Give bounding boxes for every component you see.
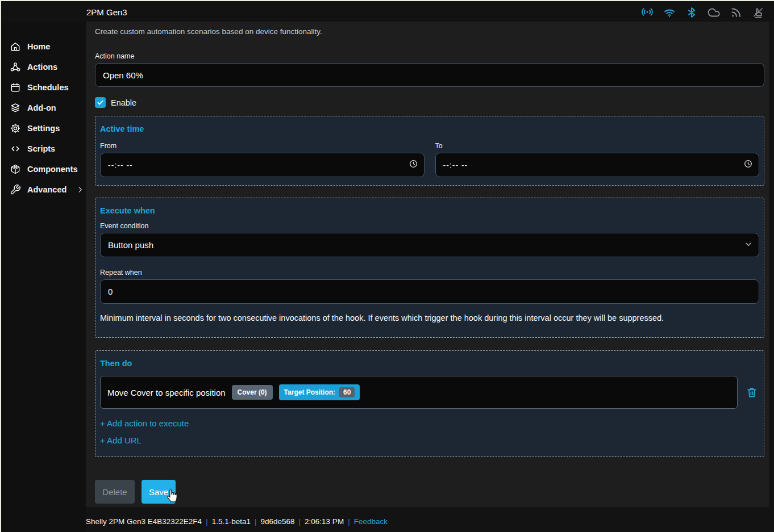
add-url-link[interactable]: + Add URL — [100, 435, 142, 445]
to-time-col: To --:-- -- — [435, 142, 760, 177]
footer-separator: | — [255, 517, 257, 526]
status-icon-bar — [640, 6, 765, 19]
event-condition-label: Event condition — [100, 222, 759, 230]
from-label: From — [100, 142, 425, 150]
enable-checkbox[interactable] — [95, 97, 106, 108]
addon-icon — [10, 102, 21, 114]
components-icon — [10, 164, 21, 175]
footer-version: 1.5.1-beta1 — [212, 517, 251, 526]
sidebar-item-label: Home — [27, 42, 50, 51]
actions-icon — [10, 61, 21, 73]
sidebar-item-settings[interactable]: Settings — [0, 118, 86, 139]
cover-badge: Cover (0) — [232, 385, 273, 400]
active-time-row: From --:-- -- To --:-- -- — [100, 142, 759, 177]
touch-disabled-icon[interactable] — [751, 6, 765, 19]
action-type-label: Move Cover to specific position — [107, 388, 226, 397]
sidebar-item-addon[interactable]: Add-on — [0, 98, 86, 118]
to-time-input[interactable]: --:-- -- — [435, 153, 760, 177]
sidebar-item-schedules[interactable]: Schedules — [0, 77, 86, 98]
repeat-when-label: Repeat when — [100, 269, 759, 277]
clock-icon[interactable] — [409, 159, 418, 171]
sidebar-item-label: Scripts — [27, 144, 55, 153]
repeat-when-input[interactable] — [100, 279, 759, 304]
sidebar-item-scripts[interactable]: Scripts — [0, 139, 86, 159]
advanced-icon — [10, 184, 21, 195]
sidebar-item-components[interactable]: Components — [0, 159, 86, 179]
sidebar-item-label: Actions — [27, 62, 57, 72]
window-edge-left — [0, 0, 1, 532]
footer-separator: | — [299, 517, 301, 526]
chevron-down-icon — [744, 240, 753, 251]
repeat-help-text: Minimum interval in seconds for two cons… — [100, 313, 759, 322]
sidebar-item-actions[interactable]: Actions — [0, 57, 86, 77]
event-condition-select[interactable]: Button push — [100, 233, 759, 257]
to-time-placeholder: --:-- -- — [443, 161, 468, 170]
active-time-section: Active time From --:-- -- To --:-- -- — [95, 116, 764, 186]
mqtt-rss-icon[interactable] — [729, 6, 743, 19]
active-time-title: Active time — [100, 124, 759, 133]
main-panel: Create custom automation scenarios based… — [86, 22, 769, 507]
execute-when-title: Execute when — [100, 206, 759, 215]
delete-button[interactable]: Delete — [95, 480, 135, 504]
target-position-label: Target Position: — [284, 388, 335, 396]
then-do-section: Then do Move Cover to specific position … — [95, 350, 764, 457]
enable-checkbox-row[interactable]: Enable — [95, 97, 163, 108]
sidebar-item-label: Advanced — [27, 185, 66, 194]
then-do-action-row[interactable]: Move Cover to specific position Cover (0… — [100, 376, 738, 409]
feedback-link[interactable]: Feedback — [354, 517, 388, 526]
device-title: 2PM Gen3 — [86, 7, 127, 17]
sidebar-item-label: Components — [27, 165, 78, 174]
sidebar-item-label: Schedules — [27, 83, 69, 92]
page-subtitle: Create custom automation scenarios based… — [95, 27, 764, 36]
footer-separator: | — [206, 517, 208, 526]
action-name-input[interactable] — [95, 63, 764, 87]
event-condition-value: Button push — [108, 240, 153, 250]
wifi-icon[interactable] — [663, 6, 676, 19]
cloud-icon[interactable] — [707, 6, 721, 19]
action-name-label: Action name — [95, 52, 764, 60]
home-icon — [10, 41, 21, 52]
from-time-input[interactable]: --:-- -- — [100, 153, 425, 177]
footer-time: 2:06:13 PM — [305, 517, 344, 526]
target-position-value: 60 — [339, 387, 355, 397]
footer-device-id: Shelly 2PM Gen3 E4B32322E2F4 — [86, 517, 202, 526]
from-time-placeholder: --:-- -- — [108, 161, 133, 170]
enable-label: Enable — [111, 98, 136, 107]
execute-when-section: Execute when Event condition Button push… — [95, 198, 764, 338]
schedules-icon — [10, 82, 21, 93]
sidebar-nav: Home Actions Schedules — [0, 36, 86, 200]
from-time-col: From --:-- -- — [100, 142, 425, 177]
save-button[interactable]: Save — [142, 480, 176, 504]
footer: Shelly 2PM Gen3 E4B32322E2F4 | 1.5.1-bet… — [86, 517, 388, 526]
chevron-right-icon — [76, 186, 84, 194]
to-label: To — [435, 142, 760, 150]
window-edge-top — [0, 0, 774, 1]
sidebar-item-home[interactable]: Home — [0, 36, 86, 57]
then-do-title: Then do — [100, 359, 759, 368]
sidebar-item-advanced[interactable]: Advanced — [0, 179, 86, 200]
clock-icon[interactable] — [743, 159, 753, 171]
target-position-badge: Target Position: 60 — [279, 384, 360, 400]
delete-action-button[interactable] — [744, 385, 759, 400]
button-row: Delete Save — [95, 480, 764, 504]
footer-separator: | — [348, 517, 350, 526]
sidebar-item-label: Settings — [27, 124, 60, 133]
sidebar-item-label: Add-on — [27, 103, 56, 112]
access-point-icon[interactable] — [640, 6, 654, 19]
add-action-link[interactable]: + Add action to execute — [100, 418, 189, 428]
action-row-wrap: Move Cover to specific position Cover (0… — [100, 376, 759, 409]
sidebar: Home Actions Schedules — [0, 22, 86, 532]
bluetooth-icon[interactable] — [685, 6, 698, 19]
settings-icon — [10, 123, 21, 134]
scripts-icon — [10, 143, 21, 154]
footer-build: 9d6de568 — [260, 517, 294, 526]
app-header: 2PM Gen3 — [0, 1, 774, 22]
